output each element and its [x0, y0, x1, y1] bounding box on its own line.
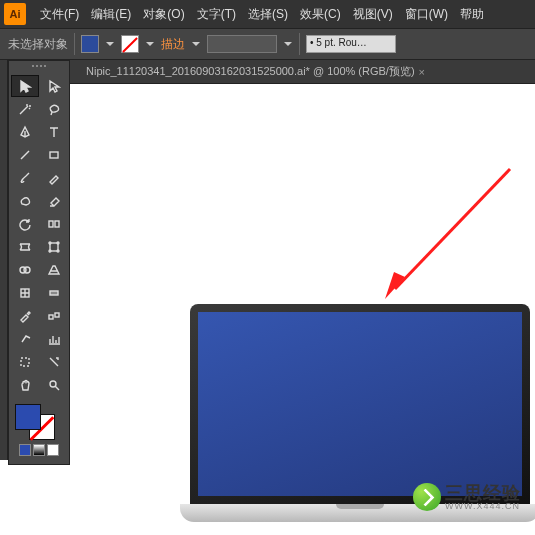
laptop-screen [198, 312, 522, 496]
svg-rect-1 [49, 221, 53, 227]
watermark: 三思经验 WWW.X444.CN [413, 483, 521, 511]
type-tool[interactable] [40, 121, 68, 143]
direct-selection-tool[interactable] [40, 75, 68, 97]
selection-tool[interactable] [11, 75, 39, 97]
brush-preview[interactable] [207, 35, 277, 53]
canvas-area[interactable]: 三思经验 WWW.X444.CN [70, 84, 535, 535]
artboard-tool[interactable] [11, 351, 39, 373]
lasso-tool[interactable] [40, 98, 68, 120]
fill-color[interactable] [15, 404, 41, 430]
hand-tool[interactable] [11, 374, 39, 396]
svg-marker-17 [385, 272, 405, 299]
width-tool[interactable] [11, 236, 39, 258]
fill-dropdown-icon[interactable] [105, 39, 115, 49]
svg-rect-11 [50, 291, 58, 295]
menu-file[interactable]: 文件(F) [34, 6, 85, 23]
menu-type[interactable]: 文字(T) [191, 6, 242, 23]
perspective-tool[interactable] [40, 259, 68, 281]
gradient-tool[interactable] [40, 282, 68, 304]
line-tool[interactable] [11, 144, 39, 166]
magic-wand-tool[interactable] [11, 98, 39, 120]
slice-tool[interactable] [40, 351, 68, 373]
watermark-title: 三思经验 [445, 484, 521, 502]
menu-bar: Ai 文件(F) 编辑(E) 对象(O) 文字(T) 选择(S) 效果(C) 视… [0, 0, 535, 28]
svg-rect-14 [21, 358, 29, 366]
blend-tool[interactable] [40, 305, 68, 327]
document-tab-bar: Nipic_11120341_20160903162031525000.ai* … [0, 60, 535, 84]
menu-view[interactable]: 视图(V) [347, 6, 399, 23]
fill-swatch[interactable] [81, 35, 99, 53]
panel-dock[interactable] [0, 60, 8, 460]
color-mode-solid[interactable] [19, 444, 31, 456]
stroke-dropdown-icon[interactable] [145, 39, 155, 49]
menu-help[interactable]: 帮助 [454, 6, 490, 23]
stroke-swatch-none[interactable] [121, 35, 139, 53]
color-mode-row [11, 444, 67, 456]
graph-tool[interactable] [40, 328, 68, 350]
mesh-tool[interactable] [11, 282, 39, 304]
laptop-notch [336, 504, 384, 509]
watermark-logo-icon [413, 483, 441, 511]
watermark-url: WWW.X444.CN [445, 502, 521, 511]
rectangle-tool[interactable] [40, 144, 68, 166]
app-logo: Ai [4, 3, 26, 25]
eraser-tool[interactable] [40, 190, 68, 212]
document-tab-title: Nipic_11120341_20160903162031525000.ai* … [86, 64, 415, 79]
selection-status: 未选择对象 [8, 36, 68, 53]
menu-select[interactable]: 选择(S) [242, 6, 294, 23]
brush-tool[interactable] [11, 167, 39, 189]
shape-builder-tool[interactable] [11, 259, 39, 281]
separator [299, 33, 300, 55]
reflect-tool[interactable] [40, 213, 68, 235]
color-mode-none[interactable] [47, 444, 59, 456]
brush-dropdown-icon[interactable] [283, 39, 293, 49]
svg-rect-13 [55, 313, 59, 317]
tool-panel [8, 60, 70, 465]
svg-line-16 [395, 169, 510, 289]
blob-brush-tool[interactable] [11, 190, 39, 212]
document-tab[interactable]: Nipic_11120341_20160903162031525000.ai* … [80, 64, 431, 79]
pen-tool[interactable] [11, 121, 39, 143]
annotation-arrow [380, 164, 520, 304]
options-bar: 未选择对象 描边 • 5 pt. Rou… [0, 28, 535, 60]
stroke-label: 描边 [161, 36, 185, 53]
rotate-tool[interactable] [11, 213, 39, 235]
svg-point-9 [24, 267, 30, 273]
fill-stroke-control[interactable] [11, 402, 67, 440]
menu-effect[interactable]: 效果(C) [294, 6, 347, 23]
symbol-sprayer-tool[interactable] [11, 328, 39, 350]
menu-window[interactable]: 窗口(W) [399, 6, 454, 23]
svg-rect-2 [55, 221, 59, 227]
menu-edit[interactable]: 编辑(E) [85, 6, 137, 23]
separator [74, 33, 75, 55]
zoom-tool[interactable] [40, 374, 68, 396]
menu-object[interactable]: 对象(O) [137, 6, 190, 23]
laptop-screen-frame [190, 304, 530, 504]
svg-rect-0 [50, 152, 58, 158]
svg-rect-12 [49, 315, 53, 319]
eyedropper-tool[interactable] [11, 305, 39, 327]
panel-grip[interactable] [11, 65, 67, 73]
close-icon[interactable]: × [419, 66, 425, 78]
free-transform-tool[interactable] [40, 236, 68, 258]
stroke-weight-dropdown-icon[interactable] [191, 39, 201, 49]
profile-field[interactable]: • 5 pt. Rou… [306, 35, 396, 53]
color-mode-gradient[interactable] [33, 444, 45, 456]
pencil-tool[interactable] [40, 167, 68, 189]
